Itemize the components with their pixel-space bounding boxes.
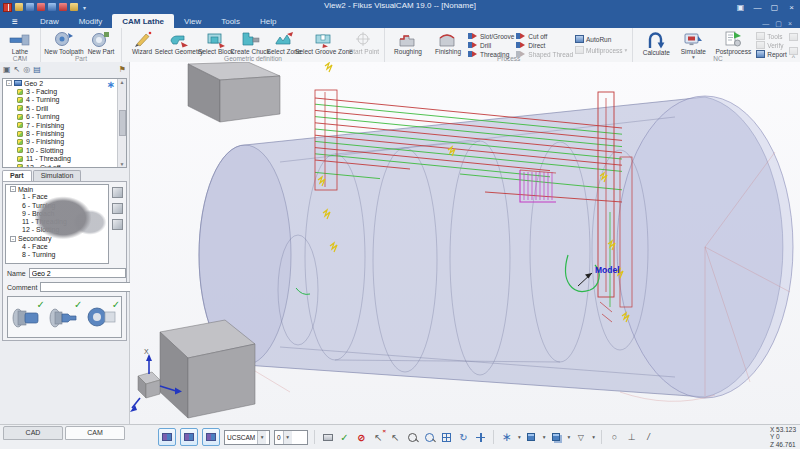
pan-view-icon[interactable] — [474, 430, 487, 444]
calculate-button[interactable]: Calculate — [636, 29, 676, 56]
mdi-close-icon[interactable]: × — [788, 20, 792, 28]
shading-mode-icon[interactable] — [525, 430, 538, 444]
filter-dropdown-icon[interactable]: ▾ — [592, 434, 595, 440]
view-presets-icon[interactable]: ∗ — [500, 430, 513, 444]
display-layers-dropdown-icon[interactable]: ▾ — [568, 434, 571, 440]
slot-groove-button[interactable]: Slot/Groove — [468, 32, 514, 40]
autorun-button[interactable]: AutoRun — [575, 35, 627, 43]
undo-icon[interactable] — [37, 3, 45, 11]
filter-icon[interactable]: ▽ — [574, 430, 587, 444]
layer-selector[interactable]: 0 ▾ — [274, 430, 308, 445]
window-options-button[interactable]: ▣ — [732, 0, 749, 14]
tab-part[interactable]: Part — [2, 170, 32, 181]
accept-icon[interactable]: ✓ — [338, 430, 351, 444]
select-groove-zone-button[interactable]: Select Groove Zone — [301, 29, 347, 55]
tool-op-icon[interactable] — [112, 219, 123, 230]
line-snap-icon[interactable]: / — [642, 430, 655, 444]
layers-icon[interactable]: ▤ — [33, 64, 41, 76]
hamburger-menu-icon[interactable]: ≡ — [0, 15, 30, 28]
toolpath-item[interactable]: 7 - Finishing — [17, 121, 126, 129]
mdi-minimize-icon[interactable]: — — [762, 20, 769, 28]
display-options-icon[interactable]: ▣ — [3, 64, 11, 76]
part-secondary-item[interactable]: 8 - Turning — [22, 251, 108, 259]
zoom-fit-icon[interactable] — [440, 430, 453, 444]
part-preview-2[interactable]: ✓ — [48, 302, 80, 332]
part-main-item[interactable]: 11 - Threading — [22, 218, 108, 226]
scroll-thumb[interactable] — [119, 110, 126, 136]
shading-dropdown-icon[interactable]: ▾ — [543, 434, 546, 440]
toolpath-item[interactable]: 10 - Slotting — [17, 146, 126, 154]
part-secondary-item[interactable]: 4 - Face — [22, 243, 108, 251]
redo-icon[interactable] — [48, 3, 56, 11]
select-block-button[interactable]: Select Block — [199, 29, 233, 55]
pin-icon[interactable]: ⚑ — [119, 64, 126, 76]
viewport-3d[interactable]: Model X — [130, 62, 800, 425]
name-input[interactable] — [29, 268, 126, 278]
part-main-item[interactable]: 12 - Slotting — [22, 226, 108, 234]
favorite-star-icon[interactable]: ∗ — [107, 79, 115, 90]
viewport-canvas[interactable] — [130, 62, 800, 425]
ucs-selector[interactable]: UCSCAM ▾ — [224, 430, 270, 445]
menu-tab[interactable]: View — [174, 14, 211, 28]
lathe-view-2-button[interactable] — [180, 428, 198, 446]
rotate-view-icon[interactable]: ↻ — [457, 430, 470, 444]
app-logo-icon[interactable] — [3, 3, 12, 12]
select-geometry-button[interactable]: Select Geometry — [159, 29, 199, 55]
part-tree-secondary[interactable]: - Secondary — [6, 234, 108, 242]
select-pointer-icon[interactable]: ↖ — [389, 430, 402, 444]
print-icon[interactable] — [59, 3, 67, 11]
create-chuck-button[interactable]: Create Chuck — [233, 29, 267, 55]
roughing-button[interactable]: Roughing — [388, 29, 428, 55]
toolpath-item[interactable]: 9 - Finishing — [17, 138, 126, 146]
part-main-item[interactable]: 9 - Broach — [22, 210, 108, 218]
new-part-button[interactable]: New Part — [84, 29, 118, 55]
plot-icon[interactable] — [321, 430, 334, 444]
mdi-restore-icon[interactable]: ▢ — [775, 20, 782, 28]
delete-op-icon[interactable] — [112, 203, 123, 214]
toolpath-item[interactable]: 8 - Finishing — [17, 129, 126, 137]
zoom-window-icon[interactable] — [423, 430, 436, 444]
circle-snap-icon[interactable]: ○ — [608, 430, 621, 444]
perpendicular-snap-icon[interactable]: ⊥ — [625, 430, 638, 444]
ribbon-collapse-icon[interactable]: ^ — [792, 54, 795, 61]
tab-cad[interactable]: CAD — [3, 426, 63, 440]
lathe-view-3-button[interactable] — [202, 428, 220, 446]
maximize-button[interactable]: ▢ — [766, 0, 783, 14]
menu-tab[interactable]: Help — [250, 14, 286, 28]
postprocess-button[interactable]: Postprocess — [710, 29, 756, 55]
tool-cube-top[interactable] — [188, 62, 280, 122]
menu-tab[interactable]: Modify — [69, 14, 113, 28]
new-toolpath-button[interactable]: New Toolpath — [44, 29, 84, 55]
toolpath-item[interactable]: 11 - Threading — [17, 155, 126, 163]
open-icon[interactable] — [15, 3, 23, 11]
tab-cam[interactable]: CAM — [65, 426, 125, 440]
save-icon[interactable] — [26, 3, 34, 11]
tab-simulation[interactable]: Simulation — [33, 170, 82, 181]
tool-cube-bottom[interactable] — [160, 320, 255, 418]
stock-cylinder[interactable] — [199, 96, 793, 398]
cut-off-button[interactable]: Cut off — [516, 32, 573, 40]
part-preview-1[interactable]: ✓ — [11, 302, 43, 332]
part-operations-list[interactable]: - Main 1 - Face6 - Turning9 - Broach11 -… — [5, 184, 109, 264]
deselect-icon[interactable]: ↖× — [372, 430, 385, 444]
toolpath-item[interactable]: 6 - Turning — [17, 113, 126, 121]
part-main-item[interactable]: 6 - Turning — [22, 202, 108, 210]
view-presets-dropdown-icon[interactable]: ▾ — [518, 434, 521, 440]
options-quick-icon[interactable] — [70, 3, 78, 11]
toolpath-item[interactable]: 5 - Drill — [17, 104, 126, 112]
cancel-icon[interactable]: ⊘ — [355, 430, 368, 444]
toolpath-item[interactable]: 12 - Cut off — [17, 163, 126, 168]
part-main-item[interactable]: 1 - Face — [22, 193, 108, 201]
scroll-down-icon[interactable]: ▼ — [120, 161, 125, 167]
tree-collapse-icon[interactable]: - — [6, 80, 12, 86]
part-tree-main[interactable]: - Main — [6, 185, 108, 193]
close-button[interactable]: × — [783, 0, 800, 14]
quickbar-dropdown-icon[interactable]: ▾ — [83, 4, 86, 11]
drill-button[interactable]: Drill — [468, 41, 514, 49]
select-toolpath-icon[interactable]: ↖ — [14, 64, 21, 76]
menu-tab[interactable]: Tools — [211, 14, 250, 28]
lathe-view-1-button[interactable] — [158, 428, 176, 446]
direct-button[interactable]: Direct — [516, 41, 573, 49]
target-icon[interactable]: ◎ — [23, 64, 30, 76]
toolpath-scrollbar[interactable]: ▲ ▼ — [117, 79, 126, 167]
